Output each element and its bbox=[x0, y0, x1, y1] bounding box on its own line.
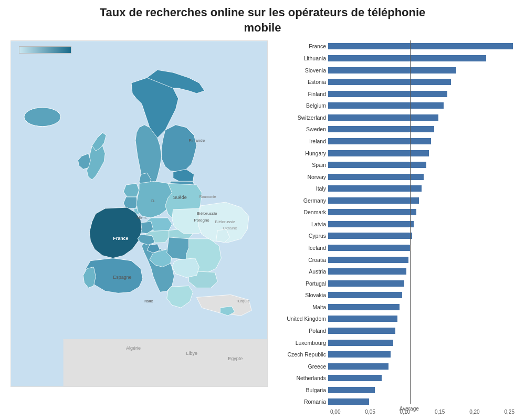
bar-fill bbox=[328, 55, 486, 61]
svg-text:Italie: Italie bbox=[144, 299, 153, 303]
bar-label: United Kingdom bbox=[273, 316, 328, 322]
bar-fill bbox=[328, 398, 369, 405]
bar-track bbox=[328, 268, 514, 275]
bar-track bbox=[328, 280, 514, 287]
table-row: Denmark bbox=[273, 208, 514, 217]
bar-label: Portugal bbox=[273, 280, 328, 287]
bar-track bbox=[328, 316, 514, 322]
bar-fill bbox=[328, 268, 406, 275]
svg-text:Pologne: Pologne bbox=[194, 218, 210, 223]
table-row: Germany bbox=[273, 196, 514, 205]
bar-label: Austria bbox=[273, 268, 328, 275]
bar-fill bbox=[328, 79, 451, 85]
table-row: Poland bbox=[273, 326, 514, 335]
bar-label: Malta bbox=[273, 304, 328, 310]
bar-label: Switzerland bbox=[273, 114, 328, 121]
bar-fill bbox=[328, 328, 395, 334]
bar-fill bbox=[328, 340, 393, 346]
bar-fill bbox=[328, 91, 447, 97]
bar-label: Spain bbox=[273, 162, 328, 168]
bar-label: Ireland bbox=[273, 138, 328, 144]
svg-text:Roumanie: Roumanie bbox=[200, 195, 216, 198]
bar-track bbox=[328, 150, 514, 156]
svg-text:Turquie: Turquie bbox=[236, 299, 250, 303]
table-row: Lithuania bbox=[273, 54, 514, 63]
bar-track bbox=[328, 43, 514, 49]
bar-label: Lithuania bbox=[273, 55, 328, 61]
bar-track bbox=[328, 55, 514, 61]
bar-fill bbox=[328, 351, 391, 358]
svg-text:Biélorussie: Biélorussie bbox=[197, 211, 217, 216]
bar-track bbox=[328, 257, 514, 263]
svg-text:Libye: Libye bbox=[186, 351, 197, 356]
x-axis-label: 0,05 bbox=[365, 409, 375, 415]
svg-text:Egypte: Egypte bbox=[228, 356, 243, 361]
table-row: Ireland bbox=[273, 136, 514, 145]
table-row: Norway bbox=[273, 172, 514, 181]
map-legend bbox=[16, 46, 74, 54]
bar-label: Luxembourg bbox=[273, 340, 328, 346]
table-row: Austria bbox=[273, 267, 514, 276]
bar-fill bbox=[328, 257, 408, 263]
svg-text:Algérie: Algérie bbox=[126, 345, 141, 351]
bar-fill bbox=[328, 221, 414, 227]
table-row: Slovenia bbox=[273, 66, 514, 75]
bar-fill bbox=[328, 43, 513, 49]
bar-fill bbox=[328, 280, 404, 287]
bar-label: Czech Republic bbox=[273, 351, 328, 358]
bar-track bbox=[328, 328, 514, 334]
svg-text:Ukraine: Ukraine bbox=[223, 226, 237, 230]
bar-track bbox=[328, 375, 514, 381]
legend-gradient bbox=[19, 46, 71, 54]
bar-fill bbox=[328, 138, 431, 144]
bar-track bbox=[328, 304, 514, 310]
bar-track bbox=[328, 126, 514, 132]
bar-label: Iceland bbox=[273, 245, 328, 251]
bar-label: Germany bbox=[273, 197, 328, 204]
bar-track bbox=[328, 91, 514, 97]
x-axis-label: 0,15 bbox=[435, 409, 445, 415]
bar-track bbox=[328, 185, 514, 192]
bar-track bbox=[328, 387, 514, 393]
bar-track bbox=[328, 102, 514, 109]
bar-track bbox=[328, 340, 514, 346]
bar-label: Romania bbox=[273, 398, 328, 405]
svg-text:Finlande: Finlande bbox=[189, 138, 205, 143]
table-row: Iceland bbox=[273, 244, 514, 253]
table-row: Italy bbox=[273, 184, 514, 193]
bar-fill bbox=[328, 185, 422, 192]
table-row: Romania bbox=[273, 397, 514, 406]
map-container: Suède D. Finlande Pologne Biélorussie Bi… bbox=[10, 40, 268, 387]
bar-track bbox=[328, 138, 514, 144]
bar-label: Slovenia bbox=[273, 67, 328, 74]
average-label-text: Average bbox=[400, 406, 419, 412]
table-row: Greece bbox=[273, 362, 514, 371]
x-axis-label: 0,00 bbox=[330, 409, 340, 415]
bar-track bbox=[328, 174, 514, 180]
title-line2: mobile bbox=[244, 21, 281, 34]
bar-label: Denmark bbox=[273, 209, 328, 215]
table-row: Finland bbox=[273, 89, 514, 98]
table-row: United Kingdom bbox=[273, 314, 514, 323]
svg-text:Suède: Suède bbox=[173, 195, 187, 200]
bar-label: Latvia bbox=[273, 221, 328, 227]
table-row: Latvia bbox=[273, 219, 514, 228]
table-row: Malta bbox=[273, 302, 514, 311]
bar-fill bbox=[328, 363, 388, 370]
table-row: Croatia bbox=[273, 255, 514, 264]
x-axis-labels: 0,000,050,100,150,200,25 bbox=[330, 409, 514, 415]
bar-label: Bulgaria bbox=[273, 387, 328, 393]
europe-map: Suède D. Finlande Pologne Biélorussie Bi… bbox=[11, 41, 267, 386]
svg-rect-2 bbox=[64, 339, 267, 386]
table-row: Sweden bbox=[273, 125, 514, 134]
table-row: Belgium bbox=[273, 101, 514, 110]
bar-track bbox=[328, 245, 514, 251]
bar-fill bbox=[328, 209, 416, 215]
x-axis-label: 0,25 bbox=[504, 409, 514, 415]
bar-label: Cyprus bbox=[273, 233, 328, 239]
bar-fill bbox=[328, 162, 426, 168]
bar-label: Finland bbox=[273, 91, 328, 97]
bar-label: Sweden bbox=[273, 126, 328, 132]
bar-track bbox=[328, 209, 514, 215]
table-row: Hungary bbox=[273, 149, 514, 158]
